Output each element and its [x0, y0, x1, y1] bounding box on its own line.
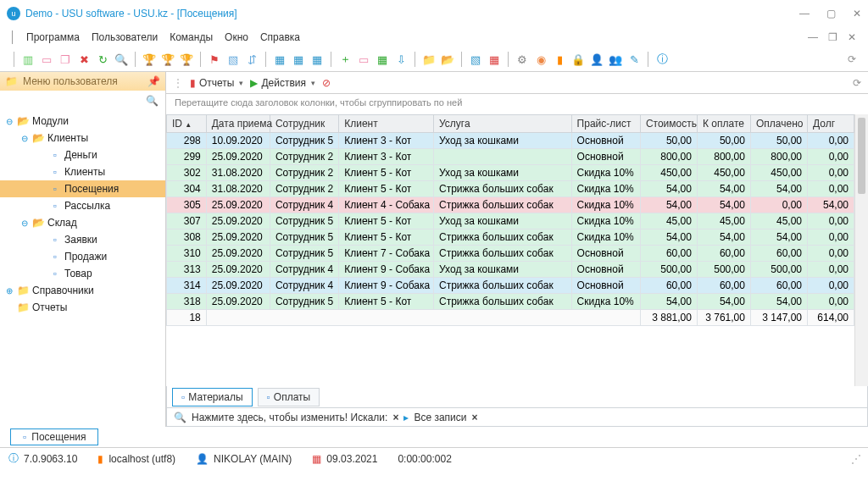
table-row[interactable]: 30231.08.2020Сотрудник 2Клиент 5 - КотУх… — [167, 165, 854, 181]
new-icon[interactable]: ▥ — [21, 53, 35, 66]
table-row[interactable]: 29925.09.2020Сотрудник 2Клиент 3 - КотОс… — [167, 149, 854, 165]
color-icon[interactable]: ◉ — [534, 53, 548, 66]
user-icon[interactable]: 👤 — [590, 53, 604, 66]
col-paid[interactable]: Оплачено — [750, 115, 807, 133]
table-row[interactable]: 31025.09.2020Сотрудник 5Клиент 7 - Собак… — [167, 246, 854, 262]
table-row[interactable]: 30725.09.2020Сотрудник 5Клиент 5 - КотУх… — [167, 213, 854, 229]
gear-icon[interactable]: ⚙ — [515, 53, 529, 66]
col-topay[interactable]: К оплате — [697, 115, 750, 133]
flag-icon[interactable]: ⚑ — [208, 53, 221, 66]
tree-clients[interactable]: ⊖📂Клиенты — [0, 130, 165, 147]
table-row[interactable]: 31825.09.2020Сотрудник 5Клиент 5 - КотСт… — [167, 294, 854, 310]
info2-icon[interactable]: ⓘ — [8, 451, 19, 466]
tree-modules[interactable]: ⊖📂Модули — [0, 113, 165, 130]
col-price[interactable]: Прайс-лист — [571, 115, 640, 133]
actions-button[interactable]: ▶Действия — [250, 77, 315, 89]
tree-requests[interactable]: ▫Заявки — [0, 231, 165, 248]
minimize-icon[interactable]: — — [799, 8, 810, 19]
excel-icon[interactable]: ▦ — [376, 53, 389, 66]
document-tabs: ▫Посещения — [0, 427, 868, 447]
data-grid[interactable]: ID ▲ Дата приема Сотрудник Клиент Услуга… — [166, 114, 854, 326]
search-icon[interactable]: 🔍 — [114, 53, 128, 66]
mdi-minimize-icon[interactable]: — — [808, 31, 818, 43]
group-hint: Перетащите сюда заголовок колонки, чтобы… — [166, 94, 868, 114]
power-icon[interactable]: ⟳ — [848, 53, 856, 65]
reports-button[interactable]: ▮Отчеты — [190, 77, 243, 89]
menu-window[interactable]: Окно — [225, 31, 248, 43]
col-id[interactable]: ID ▲ — [167, 115, 207, 133]
tree-warehouse[interactable]: ⊖📂Склад — [0, 214, 165, 231]
filter-clear2-icon[interactable]: × — [471, 412, 477, 423]
menu-help[interactable]: Справка — [260, 31, 300, 43]
table-row[interactable]: 30525.09.2020Сотрудник 4Клиент 4 - Собак… — [167, 197, 854, 213]
import-icon[interactable]: ⇩ — [394, 53, 408, 66]
table-row[interactable]: 31425.09.2020Сотрудник 4Клиент 9 - Собак… — [167, 278, 854, 294]
col-debt[interactable]: Долг — [808, 115, 854, 133]
info-icon[interactable]: ⓘ — [655, 53, 669, 66]
open-icon[interactable]: ▭ — [40, 53, 53, 66]
stop-button[interactable]: ⊘ — [322, 77, 331, 89]
filter-bar[interactable]: 🔍 Нажмите здесь, чтобы изменить! Искали:… — [166, 408, 868, 427]
tab-materials[interactable]: ▫Материалы — [172, 388, 253, 406]
clean-icon[interactable]: ✎ — [627, 53, 641, 66]
table-row[interactable]: 31325.09.2020Сотрудник 4Клиент 9 - Собак… — [167, 262, 854, 278]
tree-label: Продажи — [64, 251, 107, 263]
note-icon[interactable]: ▭ — [357, 53, 370, 66]
cell-cost: 60,00 — [640, 246, 697, 262]
col-service[interactable]: Услуга — [434, 115, 572, 133]
col-emp[interactable]: Сотрудник — [270, 115, 338, 133]
vertical-scrollbar[interactable] — [854, 114, 868, 386]
tree-reports[interactable]: 📁Отчеты — [0, 299, 165, 316]
app2-icon[interactable]: ▦ — [292, 53, 305, 66]
table-row[interactable]: 30825.09.2020Сотрудник 5Клиент 5 - КотСт… — [167, 229, 854, 246]
trophy2-icon[interactable]: 🏆 — [161, 53, 175, 66]
tree-search[interactable]: 🔍 — [0, 91, 165, 111]
calendar-icon[interactable]: ▦ — [487, 53, 501, 66]
table-row[interactable]: 30431.08.2020Сотрудник 2Клиент 5 - КотСт… — [167, 181, 854, 197]
table-row[interactable]: 29810.09.2020Сотрудник 5Клиент 3 - КотУх… — [167, 133, 854, 149]
chart-icon[interactable]: ▧ — [469, 53, 482, 66]
tree-goods[interactable]: ▫Товар — [0, 265, 165, 282]
trophy1-icon[interactable]: 🏆 — [142, 53, 156, 66]
col-client[interactable]: Клиент — [339, 115, 434, 133]
image-icon[interactable]: ▧ — [226, 53, 240, 66]
app3-icon[interactable]: ▦ — [310, 53, 324, 66]
power2-icon[interactable]: ⟳ — [853, 77, 861, 89]
rss-icon[interactable]: ▮ — [553, 53, 566, 66]
link-icon[interactable]: ⇵ — [245, 53, 259, 66]
tree-refs[interactable]: ⊕📁Справочники — [0, 282, 165, 299]
refresh-icon[interactable]: ↻ — [96, 53, 109, 66]
cell-id: 304 — [167, 181, 207, 197]
menu-users[interactable]: Пользователи — [92, 31, 158, 43]
add-icon[interactable]: ＋ — [338, 53, 352, 66]
tab-payments[interactable]: ▫Оплаты — [258, 388, 320, 406]
tree-clients2[interactable]: ▫Клиенты — [0, 163, 165, 180]
doctab-visits[interactable]: ▫Посещения — [10, 428, 98, 445]
menu-commands[interactable]: Команды — [170, 31, 213, 43]
tree-visits[interactable]: ▫Посещения — [0, 180, 165, 197]
tree-mailing[interactable]: ▫Рассылка — [0, 197, 165, 214]
col-cost[interactable]: Стоимость — [640, 115, 697, 133]
folder1-icon[interactable]: 📁 — [422, 53, 436, 66]
app1-icon[interactable]: ▦ — [273, 53, 287, 66]
delete-icon[interactable]: ✖ — [77, 53, 91, 66]
close-icon[interactable]: ✕ — [853, 8, 861, 19]
folder2-icon[interactable]: 📂 — [441, 53, 454, 66]
lock-icon[interactable]: 🔒 — [571, 53, 585, 66]
mdi-restore-icon[interactable]: ❐ — [828, 31, 837, 43]
menu-program[interactable]: Программа — [26, 31, 80, 43]
tree-sales[interactable]: ▫Продажи — [0, 248, 165, 265]
users-icon[interactable]: 👥 — [609, 53, 622, 66]
cell-paid: 50,00 — [750, 133, 807, 149]
tree-money[interactable]: ▫Деньги — [0, 147, 165, 163]
resize-grip-icon[interactable]: ⋰ — [851, 453, 860, 465]
copy-icon[interactable]: ❐ — [58, 53, 72, 66]
cell-emp: Сотрудник 2 — [270, 181, 338, 197]
mdi-close-icon[interactable]: ✕ — [848, 31, 856, 43]
grid-header-row[interactable]: ID ▲ Дата приема Сотрудник Клиент Услуга… — [167, 115, 854, 133]
col-date[interactable]: Дата приема — [206, 115, 270, 133]
trophy3-icon[interactable]: 🏆 — [180, 53, 193, 66]
maximize-icon[interactable]: ▢ — [826, 8, 836, 19]
pin-icon[interactable]: 📌 — [147, 75, 160, 87]
filter-clear1-icon[interactable]: × — [392, 412, 398, 423]
